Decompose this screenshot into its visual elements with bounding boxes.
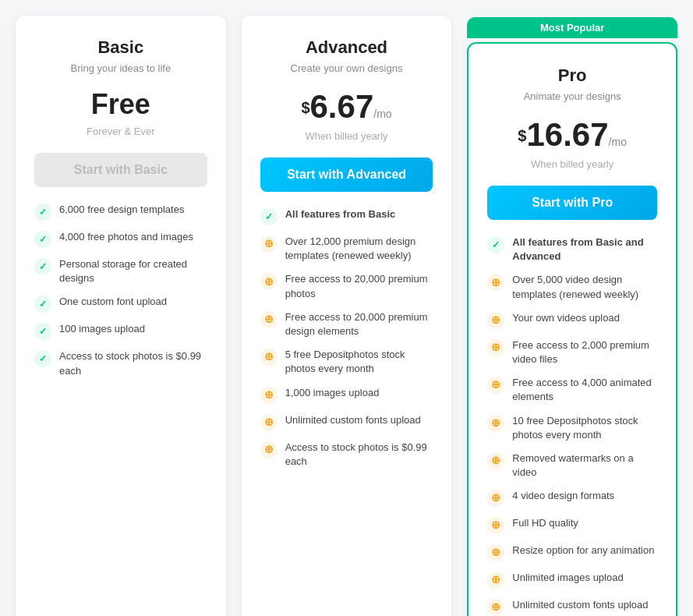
pro-amount: 16.67 — [526, 116, 608, 153]
basic-plan-button: Start with Basic — [34, 153, 207, 187]
list-item: ⊕ Resize option for any animation — [487, 543, 657, 561]
feature-text: Free access to 2,000 premium video files — [512, 338, 657, 366]
plus-icon: ⊕ — [487, 274, 504, 291]
feature-text: Over 12,000 premium design templates (re… — [285, 235, 433, 263]
basic-price-free: Free — [91, 88, 150, 120]
check-icon: ✓ — [34, 231, 51, 248]
feature-text: Removed watermarks on a video — [512, 451, 657, 480]
feature-text: 4,000 free photos and images — [59, 230, 193, 244]
list-item: ✓ Personal storage for created designs — [34, 257, 207, 285]
feature-text: 5 free Depositphotos stock photos every … — [285, 348, 433, 376]
check-icon: ✓ — [260, 208, 278, 225]
advanced-plan-name: Advanced — [260, 37, 433, 58]
pro-features: ✓ All features from Basic and Advanced ⊕… — [487, 235, 657, 616]
list-item: ✓ Access to stock photos is $0.99 each — [34, 349, 207, 377]
plus-icon: ⊕ — [487, 517, 504, 534]
basic-plan-tagline: Bring your ideas to life — [34, 62, 207, 74]
advanced-period: /mo — [373, 108, 391, 120]
feature-text: 1,000 images upload — [285, 386, 380, 400]
pro-period: /mo — [609, 136, 627, 148]
feature-text: All features from Basic — [285, 207, 396, 221]
list-item: ⊕ 4 video design formats — [487, 489, 657, 507]
feature-text: One custom font upload — [59, 295, 167, 309]
feature-text: Free access to 4,000 animated elements — [512, 376, 657, 404]
pro-currency: $ — [518, 127, 526, 144]
plus-icon: ⊕ — [487, 312, 504, 329]
check-icon: ✓ — [34, 323, 51, 340]
plus-icon: ⊕ — [487, 572, 504, 589]
plus-icon: ⊕ — [260, 387, 278, 404]
feature-text: 4 video design formats — [512, 489, 614, 503]
feature-text: Access to stock photos is $0.99 each — [285, 441, 433, 469]
plus-icon: ⊕ — [260, 273, 278, 290]
feature-text: Access to stock photos is $0.99 each — [59, 349, 207, 377]
advanced-plan-tagline: Create your own designs — [260, 62, 433, 74]
basic-plan-price: Free — [34, 88, 207, 121]
list-item: ⊕ Your own videos upload — [487, 311, 657, 329]
list-item: ✓ 4,000 free photos and images — [34, 230, 207, 248]
pricing-grid: Basic Bring your ideas to life Free Fore… — [16, 16, 677, 616]
plus-icon: ⊕ — [260, 349, 278, 366]
feature-text: Over 5,000 video design templates (renew… — [512, 273, 657, 301]
feature-text: All features from Basic and Advanced — [512, 235, 657, 264]
list-item: ⊕ Free access to 20,000 premium design e… — [260, 310, 433, 338]
check-icon: ✓ — [487, 236, 504, 253]
pro-plan-button[interactable]: Start with Pro — [487, 186, 657, 220]
pro-plan-wrapper: Most Popular Pro Animate your designs $1… — [467, 42, 677, 616]
list-item: ⊕ Unlimited custom fonts upload — [487, 598, 657, 616]
plus-icon: ⊕ — [487, 415, 504, 432]
list-item: ✓ All features from Basic — [260, 207, 433, 225]
feature-text: Personal storage for created designs — [59, 257, 207, 285]
plus-icon: ⊕ — [487, 452, 504, 469]
feature-text: Free access to 20,000 premium design ele… — [285, 310, 433, 338]
advanced-features: ✓ All features from Basic ⊕ Over 12,000 … — [260, 207, 433, 469]
most-popular-badge: Most Popular — [467, 17, 677, 38]
list-item: ⊕ Over 12,000 premium design templates (… — [260, 235, 433, 263]
basic-price-subtitle: Forever & Ever — [34, 126, 207, 137]
list-item: ⊕ Access to stock photos is $0.99 each — [260, 441, 433, 469]
list-item: ⊕ Removed watermarks on a video — [487, 451, 657, 480]
basic-plan-card: Basic Bring your ideas to life Free Fore… — [16, 16, 226, 616]
plus-icon: ⊕ — [260, 235, 278, 253]
advanced-currency: $ — [301, 99, 309, 116]
check-icon: ✓ — [34, 296, 51, 313]
plus-icon: ⊕ — [260, 414, 278, 431]
plus-icon: ⊕ — [260, 311, 278, 328]
list-item: ⊕ Over 5,000 video design templates (ren… — [487, 273, 657, 301]
basic-features: ✓ 6,000 free design templates ✓ 4,000 fr… — [34, 203, 207, 378]
plus-icon: ⊕ — [487, 490, 504, 507]
list-item: ⊕ Unlimited images upload — [487, 571, 657, 589]
list-item: ✓ 100 images upload — [34, 322, 207, 340]
plus-icon: ⊕ — [487, 339, 504, 356]
list-item: ⊕ Free access to 4,000 animated elements — [487, 376, 657, 404]
basic-plan-name: Basic — [34, 37, 207, 58]
feature-text: Unlimited custom fonts upload — [285, 413, 421, 427]
list-item: ⊕ 5 free Depositphotos stock photos ever… — [260, 348, 433, 376]
list-item: ⊕ Unlimited custom fonts upload — [260, 413, 433, 431]
pro-price-subtitle: When billed yearly — [487, 158, 657, 170]
advanced-plan-button[interactable]: Start with Advanced — [260, 158, 433, 192]
list-item: ⊕ Free access to 20,000 premium photos — [260, 272, 433, 300]
list-item: ⊕ Full HD quality — [487, 516, 657, 534]
advanced-price-subtitle: When billed yearly — [260, 130, 433, 142]
list-item: ⊕ 1,000 images upload — [260, 386, 433, 404]
check-icon: ✓ — [34, 350, 51, 367]
list-item: ⊕ 10 free Depositphotos stock photos eve… — [487, 414, 657, 442]
pro-plan-card: Most Popular Pro Animate your designs $1… — [467, 42, 677, 616]
pro-plan-price: $16.67/mo — [487, 116, 657, 154]
pro-plan-tagline: Animate your designs — [487, 90, 657, 102]
feature-text: Your own videos upload — [512, 311, 620, 325]
feature-text: 6,000 free design templates — [59, 203, 184, 217]
advanced-amount: 6.67 — [310, 88, 374, 125]
advanced-plan-card: Advanced Create your own designs $6.67/m… — [242, 16, 452, 616]
feature-text: 10 free Depositphotos stock photos every… — [512, 414, 657, 442]
list-item: ✓ One custom font upload — [34, 295, 207, 313]
list-item: ✓ All features from Basic and Advanced — [487, 235, 657, 264]
feature-text: Resize option for any animation — [512, 543, 654, 558]
plus-icon: ⊕ — [260, 441, 278, 458]
list-item: ⊕ Free access to 2,000 premium video fil… — [487, 338, 657, 366]
pro-plan-name: Pro — [487, 65, 657, 86]
feature-text: Free access to 20,000 premium photos — [285, 272, 433, 300]
feature-text: Full HD quality — [512, 516, 578, 530]
feature-text: 100 images upload — [59, 322, 145, 336]
